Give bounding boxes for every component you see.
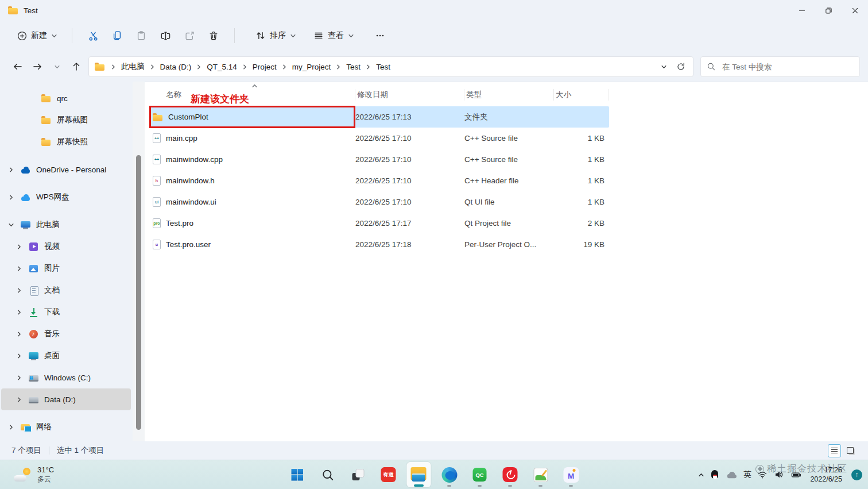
paste-button[interactable] <box>129 25 153 46</box>
sidebar-item-文档[interactable]: 文档 <box>1 279 131 301</box>
scrollbar-thumb[interactable] <box>136 155 141 430</box>
taskbar-youdao-button[interactable]: 有道 <box>377 462 401 487</box>
breadcrumb-bar[interactable]: 此电脑Data (D:)QT_5.14Projectmy_ProjectTest… <box>88 56 693 77</box>
breadcrumb-item[interactable]: my_Project <box>288 61 335 73</box>
sort-button[interactable]: 排序 <box>250 25 301 46</box>
rename-button[interactable] <box>153 25 177 46</box>
details-view-button[interactable] <box>828 444 841 457</box>
taskbar-qc-button[interactable]: QC <box>468 462 492 487</box>
file-row[interactable]: hmainwindow.h2022/6/25 17:10C++ Header f… <box>151 170 609 191</box>
file-size-cell: 1 KB <box>554 149 609 170</box>
breadcrumb-item[interactable]: Data (D:) <box>156 61 196 73</box>
weather-widget[interactable]: 31°C 多云 <box>14 460 54 489</box>
breadcrumb-item[interactable]: Project <box>249 61 281 73</box>
forward-button[interactable] <box>28 57 47 76</box>
taskbar-imgedit-button[interactable] <box>529 462 553 487</box>
chevron-right-icon[interactable] <box>15 309 23 315</box>
sidebar-item-此电脑[interactable]: 此电脑 <box>1 214 131 236</box>
sidebar-item-图片[interactable]: 图片 <box>1 257 131 279</box>
chevron-right-icon[interactable] <box>15 244 23 250</box>
sidebar-item-屏幕截图[interactable]: 屏幕截图 <box>1 109 131 131</box>
file-type-cell: Per-User Project O... <box>464 234 554 255</box>
file-row[interactable]: ++mainwindow.cpp2022/6/25 17:10C++ Sourc… <box>151 149 609 170</box>
taskbar-search-button[interactable] <box>316 462 340 487</box>
breadcrumb-item[interactable]: QT_5.14 <box>203 61 241 73</box>
file-name-cell: ++mainwindow.cpp <box>151 149 355 170</box>
copy-button[interactable] <box>105 25 129 46</box>
qc-icon: QC <box>473 468 487 482</box>
new-button[interactable]: 新建 <box>11 25 63 46</box>
taskbar-mapp-button[interactable]: M <box>559 462 583 487</box>
taskbar-explorer-button[interactable] <box>407 462 431 487</box>
column-header[interactable]: 名称 <box>151 89 355 101</box>
up-button[interactable] <box>67 57 86 76</box>
column-header[interactable]: 修改日期 <box>355 89 464 101</box>
chevron-right-icon[interactable] <box>15 287 23 294</box>
breadcrumb-item[interactable]: 此电脑 <box>117 60 149 74</box>
tray-volume-icon[interactable] <box>774 469 784 480</box>
chevron-right-icon[interactable] <box>15 396 23 403</box>
tray-lang-indicator[interactable]: 英 <box>743 469 751 480</box>
taskbar-taskview-button[interactable] <box>346 462 370 487</box>
sidebar-item-下载[interactable]: 下载 <box>1 301 131 323</box>
chevron-right-icon[interactable] <box>15 375 23 381</box>
delete-button[interactable] <box>202 25 226 46</box>
chevron-right-icon[interactable] <box>15 353 23 359</box>
share-button[interactable] <box>177 25 202 46</box>
sidebar-item-qrc[interactable]: qrc <box>1 87 131 109</box>
address-dropdown-button[interactable] <box>655 58 672 75</box>
sidebar-item-Data (D:)[interactable]: Data (D:) <box>1 388 131 410</box>
sidebar-scrollbar[interactable] <box>133 82 145 444</box>
cut-button[interactable] <box>81 25 105 46</box>
clock[interactable]: 17:26 2022/6/25 <box>810 465 842 484</box>
chevron-right-icon[interactable] <box>15 331 23 337</box>
column-header[interactable]: 大小 <box>554 89 609 101</box>
file-row[interactable]: ++main.cpp2022/6/25 17:10C++ Source file… <box>151 128 609 149</box>
chevron-right-icon[interactable] <box>7 194 15 201</box>
annotation-text: 新建该文件夹 <box>191 93 249 106</box>
sidebar-item-屏幕快照[interactable]: 屏幕快照 <box>1 131 131 153</box>
weather-temp: 31°C <box>37 465 54 475</box>
taskbar-netease-button[interactable] <box>498 462 522 487</box>
restore-button[interactable] <box>815 0 842 21</box>
minimize-icon <box>797 5 807 16</box>
chevron-right-icon <box>242 64 248 70</box>
tray-wifi-icon[interactable] <box>757 469 768 480</box>
sidebar-item-OneDrive - Personal[interactable]: OneDrive - Personal <box>1 159 131 180</box>
file-size-cell: 19 KB <box>554 234 609 255</box>
back-button[interactable] <box>8 57 28 76</box>
chevron-down-icon[interactable] <box>7 222 15 228</box>
chevron-right-icon[interactable] <box>15 265 23 272</box>
taskbar-start-button[interactable] <box>285 462 309 487</box>
taskbar-edge-button[interactable] <box>437 462 462 487</box>
tray-chevron-up-icon[interactable] <box>698 472 704 478</box>
sidebar-item-视频[interactable]: 视频 <box>1 236 131 257</box>
more-icon <box>375 30 385 41</box>
chevron-right-icon[interactable] <box>7 424 15 430</box>
chevron-right-icon <box>335 64 342 70</box>
search-input[interactable] <box>721 62 854 72</box>
breadcrumb-item[interactable]: Test <box>342 61 365 73</box>
tray-qq-icon[interactable] <box>711 469 719 480</box>
sidebar-item-桌面[interactable]: 桌面 <box>1 345 131 367</box>
file-row[interactable]: uTest.pro.user2022/6/25 17:18Per-User Pr… <box>151 234 609 255</box>
tray-battery-icon[interactable] <box>790 469 801 480</box>
sidebar-item-WPS网盘[interactable]: WPS网盘 <box>1 186 131 208</box>
recent-locations-button[interactable] <box>47 57 67 76</box>
sidebar-item-网络[interactable]: 网络 <box>1 416 131 438</box>
close-button[interactable] <box>842 0 868 21</box>
breadcrumb-item[interactable]: Test <box>372 61 394 73</box>
sidebar-item-Windows (C:)[interactable]: Windows (C:) <box>1 367 131 388</box>
tray-cloud-icon[interactable] <box>726 471 737 479</box>
see-more-button[interactable] <box>369 25 392 46</box>
refresh-button[interactable] <box>672 58 689 75</box>
view-button[interactable]: 查看 <box>308 25 359 46</box>
column-header[interactable]: 类型 <box>464 89 554 101</box>
notification-badge[interactable]: ↑ <box>851 469 862 480</box>
file-row[interactable]: proTest.pro2022/6/25 17:17Qt Project fil… <box>151 213 609 234</box>
large-icons-view-button[interactable] <box>844 444 857 457</box>
chevron-right-icon[interactable] <box>7 167 15 173</box>
file-row[interactable]: uimainwindow.ui2022/6/25 17:10Qt UI file… <box>151 191 609 213</box>
sidebar-item-音乐[interactable]: 音乐 <box>1 323 131 345</box>
minimize-button[interactable] <box>789 0 815 21</box>
